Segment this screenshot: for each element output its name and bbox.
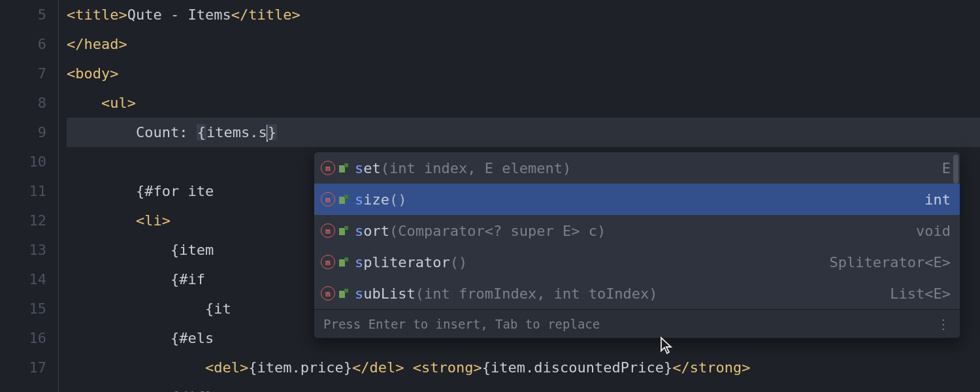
autocomplete-list: m set(int index, E element) E m size() i… (314, 152, 960, 309)
autocomplete-item[interactable]: m set(int index, E element) E (314, 152, 960, 184)
code-line: <title>Qute - Items</title> (67, 0, 980, 29)
line-number: 16 (0, 323, 46, 353)
autocomplete-item[interactable]: m subList(int fromIndex, int toIndex) Li… (314, 278, 960, 309)
code-line: {/if} (67, 382, 980, 392)
autocomplete-popup: m set(int index, E element) E m size() i… (314, 152, 960, 338)
return-type: List<E> (890, 286, 951, 302)
method-badge-icon: m (321, 192, 335, 206)
autocomplete-hint: Press Enter to insert, Tab to replace (323, 317, 600, 331)
line-number: 12 (0, 206, 46, 235)
line-number: 14 (0, 265, 46, 294)
scrollbar-thumb[interactable] (953, 155, 958, 184)
line-number-gutter: 5 6 7 8 9 10 11 12 13 14 15 16 17 (0, 0, 59, 392)
autocomplete-item[interactable]: m spliterator() Spliterator<E> (314, 246, 960, 278)
method-badge-icon: m (321, 286, 335, 301)
code-line: </head> (67, 29, 980, 59)
visibility-icon (339, 289, 348, 298)
code-line: <ul> (67, 88, 980, 118)
line-number: 13 (0, 235, 46, 265)
visibility-icon (339, 195, 348, 204)
method-badge-icon: m (321, 255, 335, 269)
code-editor: 5 6 7 8 9 10 11 12 13 14 15 16 17 <title… (0, 0, 980, 392)
return-type: Spliterator<E> (830, 254, 951, 270)
visibility-icon (339, 163, 348, 172)
line-number: 8 (0, 88, 46, 118)
line-number: 7 (0, 59, 46, 88)
code-line-current: Count: {items.s} (67, 118, 980, 147)
code-area[interactable]: <title>Qute - Items</title> </head> <bod… (59, 0, 980, 392)
visibility-icon (339, 226, 348, 235)
line-number: 15 (0, 294, 46, 323)
line-number: 9 (0, 118, 46, 147)
method-badge-icon: m (321, 223, 335, 238)
line-number: 10 (0, 147, 46, 176)
line-number: 5 (0, 0, 46, 29)
autocomplete-item[interactable]: m sort(Comparator<? super E> c) void (314, 215, 960, 246)
visibility-icon (339, 257, 348, 267)
line-number: 6 (0, 29, 46, 59)
return-type: E (942, 160, 951, 176)
more-options-icon[interactable]: ⋮ (937, 316, 951, 332)
method-badge-icon: m (321, 161, 335, 175)
autocomplete-item-selected[interactable]: m size() int (314, 184, 960, 215)
line-number: 17 (0, 353, 46, 382)
line-number: 11 (0, 176, 46, 206)
code-line: <del>{item.price}</del> <strong>{item.di… (67, 353, 980, 382)
return-type: void (916, 223, 951, 239)
return-type: int (924, 191, 951, 208)
code-line: <body> (67, 59, 980, 88)
autocomplete-footer: Press Enter to insert, Tab to replace ⋮ (314, 309, 960, 338)
